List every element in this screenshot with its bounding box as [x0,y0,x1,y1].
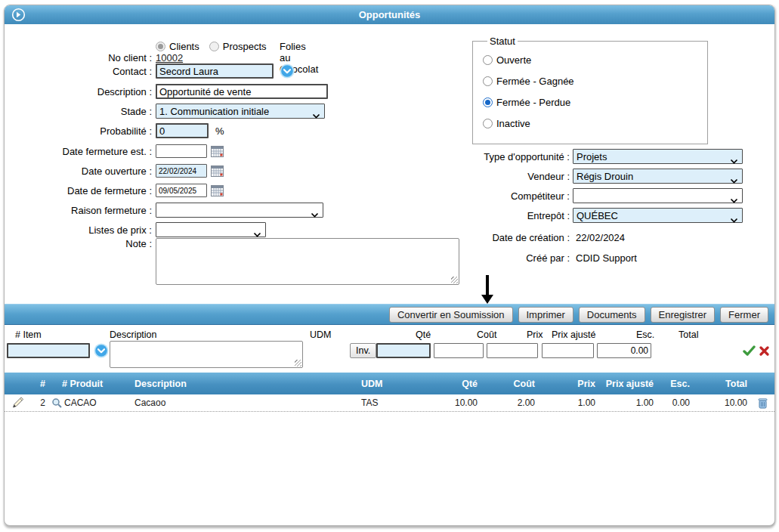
no-client-link[interactable]: 10002 [156,52,183,63]
cree-par-label: Créé par : [468,252,573,264]
competiteur-select[interactable] [573,188,743,203]
row-cout: 2.00 [481,397,538,408]
entry-qte-input[interactable] [376,343,431,358]
entrepot-select[interactable]: QUÉBEC [573,208,743,223]
calendar-icon[interactable] [211,165,224,177]
row-prix: 1.00 [538,397,598,408]
note-textarea[interactable] [156,238,459,285]
resize-grip-icon[interactable] [451,277,458,283]
raison-fermeture-select[interactable] [156,203,323,218]
chevron-down-icon [730,214,738,225]
probabilite-suffix: % [215,125,224,137]
listes-de-prix-label: Listes de prix : [5,224,156,236]
date-de-fermeture-label: Date de fermeture : [5,185,156,196]
statut-legend: Statut [487,36,518,47]
statut-inactive-label: Inactive [496,118,530,129]
vendeur-label: Vendeur : [468,171,573,182]
entry-prix-input[interactable] [487,343,538,358]
type-opportunite-label: Type d'opportunité : [468,151,573,162]
note-label: Note : [5,238,156,249]
item-entry-row: # Item Description UDM Qté Coût Prix Pri… [5,325,774,373]
row-qte: 10.00 [400,397,481,408]
chevron-down-icon [730,194,738,206]
raison-fermeture-label: Raison fermeture : [5,205,156,216]
calendar-icon[interactable] [211,146,224,157]
cree-par-value: CDID Support [576,252,637,264]
type-opportunite-value: Projets [577,151,607,162]
row-udm: TAS [358,397,400,408]
contact-input[interactable] [156,63,274,79]
date-creation-value: 22/02/2024 [576,232,625,243]
convertir-en-soumission-button[interactable]: Convertir en Soumission [389,307,513,323]
chevron-down-icon [730,175,738,186]
contact-lookup-icon[interactable] [280,63,295,79]
statut-fermee-gagnee-radio[interactable] [483,76,493,86]
entry-prix-ajuste-input[interactable] [542,343,594,358]
fermer-button[interactable]: Fermer [720,307,768,323]
statut-fermee-perdue-radio[interactable] [483,97,493,107]
imprimer-button[interactable]: Imprimer [518,307,573,323]
date-ouverture-input[interactable] [156,164,207,178]
entry-cout-input[interactable] [434,343,484,358]
row-total: 10.00 [693,397,750,408]
items-table-header: # # Produit Description UDM Qté Coût Pri… [5,373,774,394]
stade-select[interactable]: 1. Communication initiale [156,104,325,119]
enregistrer-button[interactable]: Enregistrer [651,307,716,323]
vendeur-value: Régis Drouin [577,171,633,182]
statut-fermee-perdue-label: Fermée - Perdue [496,97,570,108]
calendar-icon[interactable] [211,185,224,196]
documents-button[interactable]: Documents [579,307,645,323]
no-client-label: No client : [5,52,156,63]
entry-description-textarea[interactable] [110,341,303,368]
product-search-icon[interactable] [51,397,63,408]
delete-trash-icon[interactable] [750,397,774,409]
resize-grip-icon[interactable] [295,360,301,367]
entry-description-label: Description [110,329,157,340]
probabilite-label: Probabilité : [5,125,156,137]
entry-esc-label: Esc. [636,329,654,340]
date-creation-label: Date de création : [468,232,573,243]
entry-udm-label: UDM [310,329,331,340]
edit-pencil-icon[interactable] [5,397,32,409]
page-title: Opportunités [359,9,421,20]
stade-label: Stade : [5,106,156,117]
prospects-radio-label: Prospects [223,41,267,52]
entry-item-label: # Item [15,329,42,340]
entry-item-input[interactable] [7,343,90,358]
date-ouverture-label: Date ouverture : [5,165,156,177]
header-produit: # Produit [48,379,131,389]
item-lookup-icon[interactable] [94,343,109,358]
confirm-check-icon[interactable] [743,345,756,357]
statut-ouverte-radio[interactable] [483,55,493,65]
entry-prix-ajuste-label: Prix ajusté [552,329,595,340]
statut-inactive-radio[interactable] [483,119,493,128]
listes-de-prix-select[interactable] [156,222,266,237]
vendeur-select[interactable]: Régis Drouin [573,169,743,184]
entry-esc-input[interactable] [597,343,651,358]
down-arrow-icon [481,275,493,304]
opportunites-window: Opportunités Clients Prospects No client… [4,5,775,526]
entry-cout-label: Coût [477,329,496,340]
statut-fermee-gagnee-label: Fermée - Gagnée [496,76,574,87]
probabilite-input[interactable] [156,123,209,138]
header-num: # [32,379,48,389]
description-input[interactable] [156,84,328,99]
header-description: Description [131,379,358,389]
type-opportunite-select[interactable]: Projets [573,149,743,164]
inv-button[interactable]: Inv. [350,343,376,358]
prospects-radio[interactable] [209,42,219,51]
chevron-down-icon [730,155,738,166]
expand-icon[interactable] [11,8,26,22]
table-row: 2 CACAO Cacaoo TAS 10.00 2.00 1.00 1.00 … [5,394,774,412]
header-total: Total [693,379,750,389]
entry-total-label: Total [679,329,698,340]
date-fermeture-est-input[interactable] [156,144,207,158]
cancel-x-icon[interactable] [759,345,770,357]
header-qte: Qté [400,379,481,389]
header-cout: Coût [481,379,538,389]
date-de-fermeture-input[interactable] [156,184,207,197]
statut-fieldset: Statut Ouverte Fermée - Gagnée Fermée - … [472,36,708,144]
row-prix-ajuste: 1.00 [598,397,657,408]
row-num: 2 [32,397,48,408]
screen: Opportunités Clients Prospects No client… [0,0,779,532]
